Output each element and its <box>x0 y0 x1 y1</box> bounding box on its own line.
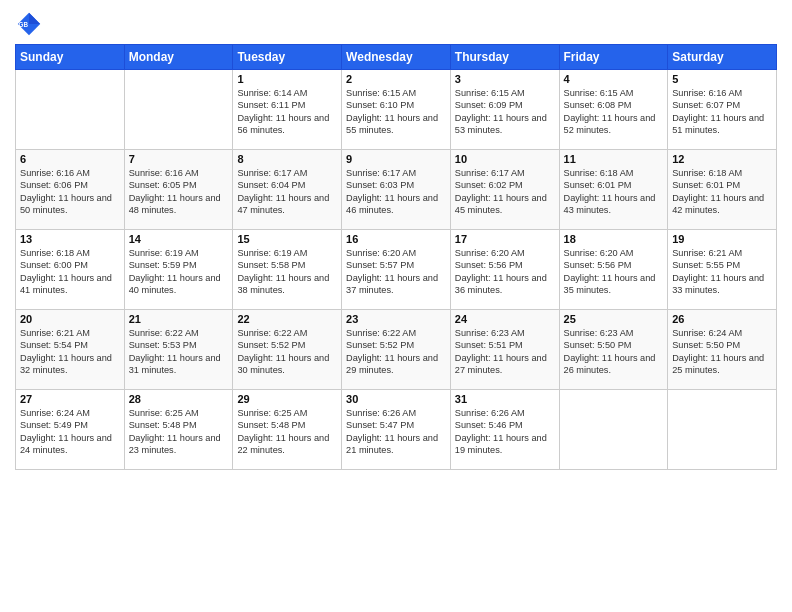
week-row-4: 20Sunrise: 6:21 AM Sunset: 5:54 PM Dayli… <box>16 310 777 390</box>
calendar-cell: 12Sunrise: 6:18 AM Sunset: 6:01 PM Dayli… <box>668 150 777 230</box>
calendar-cell: 5Sunrise: 6:16 AM Sunset: 6:07 PM Daylig… <box>668 70 777 150</box>
svg-text:GB: GB <box>19 21 29 28</box>
calendar-cell: 29Sunrise: 6:25 AM Sunset: 5:48 PM Dayli… <box>233 390 342 470</box>
day-number: 1 <box>237 73 337 85</box>
week-row-5: 27Sunrise: 6:24 AM Sunset: 5:49 PM Dayli… <box>16 390 777 470</box>
day-info: Sunrise: 6:16 AM Sunset: 6:05 PM Dayligh… <box>129 167 229 217</box>
day-number: 24 <box>455 313 555 325</box>
day-number: 22 <box>237 313 337 325</box>
day-number: 21 <box>129 313 229 325</box>
day-info: Sunrise: 6:16 AM Sunset: 6:07 PM Dayligh… <box>672 87 772 137</box>
calendar-cell: 9Sunrise: 6:17 AM Sunset: 6:03 PM Daylig… <box>342 150 451 230</box>
day-number: 27 <box>20 393 120 405</box>
day-number: 16 <box>346 233 446 245</box>
calendar-cell: 13Sunrise: 6:18 AM Sunset: 6:00 PM Dayli… <box>16 230 125 310</box>
day-info: Sunrise: 6:15 AM Sunset: 6:08 PM Dayligh… <box>564 87 664 137</box>
weekday-header-row: SundayMondayTuesdayWednesdayThursdayFrid… <box>16 45 777 70</box>
week-row-3: 13Sunrise: 6:18 AM Sunset: 6:00 PM Dayli… <box>16 230 777 310</box>
week-row-2: 6Sunrise: 6:16 AM Sunset: 6:06 PM Daylig… <box>16 150 777 230</box>
day-info: Sunrise: 6:21 AM Sunset: 5:54 PM Dayligh… <box>20 327 120 377</box>
calendar-cell: 11Sunrise: 6:18 AM Sunset: 6:01 PM Dayli… <box>559 150 668 230</box>
calendar-cell: 21Sunrise: 6:22 AM Sunset: 5:53 PM Dayli… <box>124 310 233 390</box>
day-number: 29 <box>237 393 337 405</box>
day-number: 3 <box>455 73 555 85</box>
calendar-cell: 24Sunrise: 6:23 AM Sunset: 5:51 PM Dayli… <box>450 310 559 390</box>
calendar-cell: 3Sunrise: 6:15 AM Sunset: 6:09 PM Daylig… <box>450 70 559 150</box>
weekday-header-monday: Monday <box>124 45 233 70</box>
day-number: 6 <box>20 153 120 165</box>
day-number: 18 <box>564 233 664 245</box>
day-info: Sunrise: 6:24 AM Sunset: 5:50 PM Dayligh… <box>672 327 772 377</box>
day-number: 8 <box>237 153 337 165</box>
day-info: Sunrise: 6:20 AM Sunset: 5:56 PM Dayligh… <box>455 247 555 297</box>
day-info: Sunrise: 6:21 AM Sunset: 5:55 PM Dayligh… <box>672 247 772 297</box>
calendar-cell: 26Sunrise: 6:24 AM Sunset: 5:50 PM Dayli… <box>668 310 777 390</box>
weekday-header-wednesday: Wednesday <box>342 45 451 70</box>
day-info: Sunrise: 6:15 AM Sunset: 6:09 PM Dayligh… <box>455 87 555 137</box>
calendar-cell: 14Sunrise: 6:19 AM Sunset: 5:59 PM Dayli… <box>124 230 233 310</box>
calendar-cell: 30Sunrise: 6:26 AM Sunset: 5:47 PM Dayli… <box>342 390 451 470</box>
weekday-header-thursday: Thursday <box>450 45 559 70</box>
day-number: 15 <box>237 233 337 245</box>
calendar-cell: 10Sunrise: 6:17 AM Sunset: 6:02 PM Dayli… <box>450 150 559 230</box>
day-info: Sunrise: 6:24 AM Sunset: 5:49 PM Dayligh… <box>20 407 120 457</box>
day-info: Sunrise: 6:23 AM Sunset: 5:50 PM Dayligh… <box>564 327 664 377</box>
day-number: 19 <box>672 233 772 245</box>
calendar-cell: 23Sunrise: 6:22 AM Sunset: 5:52 PM Dayli… <box>342 310 451 390</box>
weekday-header-friday: Friday <box>559 45 668 70</box>
calendar-cell: 25Sunrise: 6:23 AM Sunset: 5:50 PM Dayli… <box>559 310 668 390</box>
calendar-cell: 2Sunrise: 6:15 AM Sunset: 6:10 PM Daylig… <box>342 70 451 150</box>
calendar-cell: 22Sunrise: 6:22 AM Sunset: 5:52 PM Dayli… <box>233 310 342 390</box>
day-info: Sunrise: 6:22 AM Sunset: 5:52 PM Dayligh… <box>346 327 446 377</box>
day-info: Sunrise: 6:18 AM Sunset: 6:01 PM Dayligh… <box>564 167 664 217</box>
day-info: Sunrise: 6:25 AM Sunset: 5:48 PM Dayligh… <box>129 407 229 457</box>
calendar-cell: 16Sunrise: 6:20 AM Sunset: 5:57 PM Dayli… <box>342 230 451 310</box>
day-number: 25 <box>564 313 664 325</box>
day-info: Sunrise: 6:20 AM Sunset: 5:56 PM Dayligh… <box>564 247 664 297</box>
day-number: 17 <box>455 233 555 245</box>
calendar-cell: 8Sunrise: 6:17 AM Sunset: 6:04 PM Daylig… <box>233 150 342 230</box>
calendar-cell: 18Sunrise: 6:20 AM Sunset: 5:56 PM Dayli… <box>559 230 668 310</box>
logo: GB <box>15 10 45 38</box>
day-info: Sunrise: 6:26 AM Sunset: 5:46 PM Dayligh… <box>455 407 555 457</box>
day-info: Sunrise: 6:18 AM Sunset: 6:01 PM Dayligh… <box>672 167 772 217</box>
calendar-cell: 20Sunrise: 6:21 AM Sunset: 5:54 PM Dayli… <box>16 310 125 390</box>
day-info: Sunrise: 6:16 AM Sunset: 6:06 PM Dayligh… <box>20 167 120 217</box>
day-number: 2 <box>346 73 446 85</box>
day-info: Sunrise: 6:26 AM Sunset: 5:47 PM Dayligh… <box>346 407 446 457</box>
day-number: 4 <box>564 73 664 85</box>
calendar-cell: 6Sunrise: 6:16 AM Sunset: 6:06 PM Daylig… <box>16 150 125 230</box>
calendar-cell: 7Sunrise: 6:16 AM Sunset: 6:05 PM Daylig… <box>124 150 233 230</box>
day-number: 31 <box>455 393 555 405</box>
calendar-cell: 28Sunrise: 6:25 AM Sunset: 5:48 PM Dayli… <box>124 390 233 470</box>
day-number: 23 <box>346 313 446 325</box>
day-info: Sunrise: 6:18 AM Sunset: 6:00 PM Dayligh… <box>20 247 120 297</box>
day-number: 10 <box>455 153 555 165</box>
day-number: 5 <box>672 73 772 85</box>
day-info: Sunrise: 6:19 AM Sunset: 5:58 PM Dayligh… <box>237 247 337 297</box>
day-number: 13 <box>20 233 120 245</box>
calendar-cell <box>124 70 233 150</box>
day-number: 28 <box>129 393 229 405</box>
week-row-1: 1Sunrise: 6:14 AM Sunset: 6:11 PM Daylig… <box>16 70 777 150</box>
calendar-cell <box>559 390 668 470</box>
weekday-header-tuesday: Tuesday <box>233 45 342 70</box>
calendar-cell <box>668 390 777 470</box>
calendar-cell: 4Sunrise: 6:15 AM Sunset: 6:08 PM Daylig… <box>559 70 668 150</box>
day-info: Sunrise: 6:15 AM Sunset: 6:10 PM Dayligh… <box>346 87 446 137</box>
day-number: 11 <box>564 153 664 165</box>
weekday-header-saturday: Saturday <box>668 45 777 70</box>
day-info: Sunrise: 6:22 AM Sunset: 5:53 PM Dayligh… <box>129 327 229 377</box>
day-info: Sunrise: 6:17 AM Sunset: 6:02 PM Dayligh… <box>455 167 555 217</box>
svg-marker-1 <box>29 13 40 24</box>
day-number: 20 <box>20 313 120 325</box>
day-number: 9 <box>346 153 446 165</box>
day-number: 30 <box>346 393 446 405</box>
day-number: 14 <box>129 233 229 245</box>
calendar-table: SundayMondayTuesdayWednesdayThursdayFrid… <box>15 44 777 470</box>
calendar-cell <box>16 70 125 150</box>
day-info: Sunrise: 6:25 AM Sunset: 5:48 PM Dayligh… <box>237 407 337 457</box>
day-number: 7 <box>129 153 229 165</box>
day-info: Sunrise: 6:20 AM Sunset: 5:57 PM Dayligh… <box>346 247 446 297</box>
day-info: Sunrise: 6:17 AM Sunset: 6:04 PM Dayligh… <box>237 167 337 217</box>
